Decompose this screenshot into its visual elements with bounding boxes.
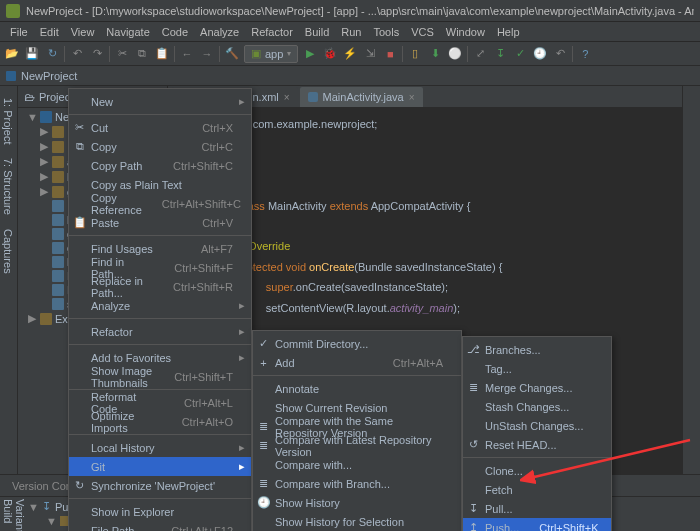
menu-item[interactable]: ✂CutCtrl+X [69, 118, 251, 137]
debug-icon[interactable]: 🐞 [322, 46, 338, 62]
context-menu-main[interactable]: New▸✂CutCtrl+X⧉CopyCtrl+CCopy PathCtrl+S… [68, 88, 252, 531]
menu-item[interactable]: 📋PasteCtrl+V [69, 213, 251, 232]
menu-item[interactable]: Replace in Path...Ctrl+Shift+R [69, 277, 251, 296]
run-config-selector[interactable]: ▣app▾ [244, 45, 298, 63]
menu-item[interactable]: ≣Merge Changes... [463, 378, 611, 397]
avd-icon[interactable]: ▯ [407, 46, 423, 62]
gutter-project[interactable]: 1: Project [2, 94, 15, 148]
revert-icon[interactable]: ↶ [552, 46, 568, 62]
menu-item[interactable]: Copy PathCtrl+Shift+C [69, 156, 251, 175]
menu-item[interactable]: Refactor▸ [69, 322, 251, 341]
sdk-icon[interactable]: ⬇ [427, 46, 443, 62]
menu-vcs[interactable]: VCS [405, 22, 440, 42]
menu-window[interactable]: Window [440, 22, 491, 42]
menu-item[interactable]: 🕘Show History [253, 493, 461, 512]
redo-icon[interactable]: ↷ [89, 46, 105, 62]
right-gutter [682, 86, 700, 474]
gutter-build-variants[interactable]: Build Variants [2, 499, 16, 531]
menu-refactor[interactable]: Refactor [245, 22, 299, 42]
hammer-icon[interactable]: 🔨 [224, 46, 240, 62]
menu-item[interactable]: ↻Synchronize 'NewProject' [69, 476, 251, 495]
save-icon[interactable]: 💾 [24, 46, 40, 62]
left-gutter: 1: Project 7: Structure Captures [0, 86, 18, 474]
menu-item[interactable]: Stash Changes... [463, 397, 611, 416]
close-icon[interactable]: × [284, 92, 290, 103]
app-icon [6, 4, 20, 18]
menu-item[interactable]: +AddCtrl+Alt+A [253, 353, 461, 372]
menu-item: Annotate [253, 379, 461, 398]
menu-item[interactable]: Local History▸ [69, 438, 251, 457]
menu-analyze[interactable]: Analyze [194, 22, 245, 42]
menu-item[interactable]: File PathCtrl+Alt+F12 [69, 521, 251, 531]
menu-code[interactable]: Code [156, 22, 194, 42]
gutter-captures[interactable]: Captures [2, 225, 15, 278]
menu-item[interactable]: ↺Reset HEAD... [463, 435, 611, 454]
menu-file[interactable]: File [4, 22, 34, 42]
java-icon [308, 92, 318, 102]
menu-run[interactable]: Run [335, 22, 367, 42]
vcs-commit-icon[interactable]: ✓ [512, 46, 528, 62]
menu-item[interactable]: Tag... [463, 359, 611, 378]
menu-build[interactable]: Build [299, 22, 335, 42]
menu-tools[interactable]: Tools [367, 22, 405, 42]
open-icon[interactable]: 📂 [4, 46, 20, 62]
menubar: File Edit View Navigate Code Analyze Ref… [0, 22, 700, 42]
menu-item[interactable]: ⧉CopyCtrl+C [69, 137, 251, 156]
paste-icon[interactable]: 📋 [154, 46, 170, 62]
menu-item[interactable]: Analyze▸ [69, 296, 251, 315]
folder-icon: 🗁 [24, 91, 35, 103]
apply-icon[interactable]: ⚡ [342, 46, 358, 62]
menu-item[interactable]: ⎇Branches... [463, 340, 611, 359]
title-bar: NewProject - [D:\myworkspace\studioworks… [0, 0, 700, 22]
undo-icon[interactable]: ↶ [69, 46, 85, 62]
menu-item[interactable]: Git▸ [69, 457, 251, 476]
tab-label: MainActivity.java [323, 91, 404, 103]
history-icon[interactable]: 🕘 [532, 46, 548, 62]
stop-icon[interactable]: ■ [382, 46, 398, 62]
menu-item[interactable]: ≣Compare with Branch... [253, 474, 461, 493]
copy-icon[interactable]: ⧉ [134, 46, 150, 62]
menu-item[interactable]: Optimize ImportsCtrl+Alt+O [69, 412, 251, 431]
attach-icon[interactable]: ⇲ [362, 46, 378, 62]
help-icon[interactable]: ? [577, 46, 593, 62]
structure-icon[interactable]: ⤢ [472, 46, 488, 62]
vcs-update-icon[interactable]: ↧ [492, 46, 508, 62]
menu-item[interactable]: Show Image ThumbnailsCtrl+Shift+T [69, 367, 251, 386]
menu-item[interactable]: ↧Pull... [463, 499, 611, 518]
menu-item: ≣Compare with Latest Repository Version [253, 436, 461, 455]
menu-item[interactable]: ↥Push...Ctrl+Shift+K [463, 518, 611, 531]
menu-item[interactable]: New▸ [69, 92, 251, 111]
menu-item[interactable]: Clone... [463, 461, 611, 480]
breadcrumb[interactable]: NewProject [0, 66, 700, 86]
sync-icon[interactable]: ↻ [44, 46, 60, 62]
menu-view[interactable]: View [65, 22, 101, 42]
tab-mainactivity[interactable]: MainActivity.java × [300, 87, 423, 107]
menu-item[interactable]: ✓Commit Directory... [253, 334, 461, 353]
toolbar: 📂 💾 ↻ ↶ ↷ ✂ ⧉ 📋 ← → 🔨 ▣app▾ ▶ 🐞 ⚡ ⇲ ■ ▯ … [0, 42, 700, 66]
context-menu-repository[interactable]: ⎇Branches...Tag...≣Merge Changes...Stash… [462, 336, 612, 531]
monitor-icon[interactable]: ⚪ [447, 46, 463, 62]
menu-item[interactable]: Copy ReferenceCtrl+Alt+Shift+C [69, 194, 251, 213]
menu-help[interactable]: Help [491, 22, 526, 42]
back-icon[interactable]: ← [179, 46, 195, 62]
run-icon[interactable]: ▶ [302, 46, 318, 62]
menu-navigate[interactable]: Navigate [100, 22, 155, 42]
menu-edit[interactable]: Edit [34, 22, 65, 42]
close-icon[interactable]: × [409, 92, 415, 103]
gutter-structure[interactable]: 7: Structure [2, 154, 15, 219]
context-menu-git[interactable]: ✓Commit Directory...+AddCtrl+Alt+AAnnota… [252, 330, 462, 531]
forward-icon[interactable]: → [199, 46, 215, 62]
cut-icon[interactable]: ✂ [114, 46, 130, 62]
window-title: NewProject - [D:\myworkspace\studioworks… [26, 5, 694, 17]
menu-item[interactable]: Show in Explorer [69, 502, 251, 521]
menu-item[interactable]: Fetch [463, 480, 611, 499]
menu-item: Compare with... [253, 455, 461, 474]
menu-item: Show History for Selection [253, 512, 461, 531]
menu-item[interactable]: UnStash Changes... [463, 416, 611, 435]
